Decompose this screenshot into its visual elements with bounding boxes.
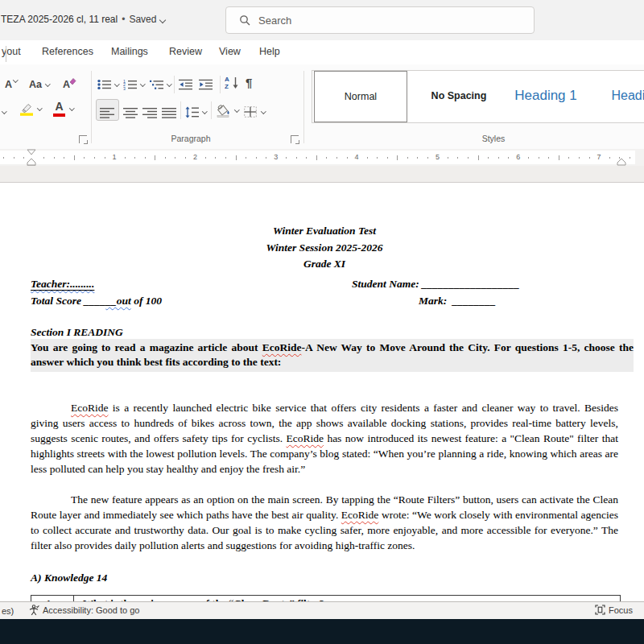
increase-indent-button[interactable] [199, 76, 213, 93]
ruler-tick [185, 157, 186, 159]
borders-button[interactable] [244, 103, 267, 121]
font-color-button[interactable]: A [53, 100, 76, 118]
chevron-down-icon [114, 81, 121, 88]
button-separator [211, 101, 212, 119]
sort-button[interactable]: A Z [225, 73, 240, 91]
ruler-number: 3 [274, 153, 278, 161]
change-case-button[interactable]: Aa [29, 76, 52, 93]
align-left-button[interactable] [100, 104, 114, 122]
article-paragraph-2[interactable]: The new feature appears as an option on … [31, 492, 618, 553]
chevron-down-icon [2, 109, 8, 115]
score-mark-row[interactable]: Total Score ______out of 100 Mark: _____… [31, 293, 618, 309]
chevron-down-icon[interactable] [159, 17, 166, 23]
ruler-tick [478, 155, 479, 160]
bulleted-list-icon [97, 79, 111, 90]
button-separator [180, 101, 181, 119]
document-page[interactable]: Winter Evaluation Test Winter Session 20… [0, 183, 644, 601]
line-spacing-button[interactable] [185, 103, 208, 121]
section-heading[interactable]: Section I READING [31, 324, 618, 341]
title-separator: • [122, 14, 125, 25]
questions-table-clipped[interactable]: 1. What is the main purpose of the “Clea… [31, 595, 621, 601]
ruler-number: 1 [112, 153, 116, 161]
accessibility-status[interactable]: Accessibility: Good to go [29, 605, 139, 616]
ruler-tick [165, 157, 166, 159]
borders-icon [244, 106, 257, 118]
decrease-indent-icon [179, 79, 192, 90]
ruler-tick [94, 157, 95, 159]
multilevel-list-icon [150, 79, 163, 90]
decrease-indent-button[interactable] [179, 76, 192, 93]
ruler-tick [387, 157, 388, 159]
ruler-number: 6 [516, 153, 520, 161]
tab-references[interactable]: References [42, 46, 93, 57]
align-center-button[interactable] [123, 104, 138, 122]
show-formatting-marks-button[interactable]: ¶ [246, 73, 252, 91]
tab-review[interactable]: Review [169, 46, 202, 57]
numbering-button[interactable]: 1 2 3 [123, 76, 147, 93]
reading-instruction[interactable]: You are going to read a magazine article… [31, 339, 634, 372]
paragraph-group-label: Paragraph [171, 134, 210, 143]
ruler-tick [457, 157, 458, 159]
ruler-number: 7 [597, 153, 601, 161]
chevron-down-icon [140, 81, 147, 88]
document-title-group[interactable]: TEZA 2025-2026 cl, 11 real•Saved [1, 14, 166, 25]
document-heading-block[interactable]: Winter Evaluation Test Winter Session 20… [31, 223, 618, 273]
bullets-button[interactable] [97, 76, 121, 93]
ruler-tick [397, 155, 398, 160]
ruler-tick [326, 157, 327, 159]
clear-formatting-button[interactable]: A [63, 76, 76, 93]
ruler-tick [215, 157, 216, 159]
tab-mailings[interactable]: Mailings [111, 46, 148, 57]
teacher-student-row[interactable]: Teacher:......... Student Name: ________… [31, 276, 618, 292]
ribbon-tab-bar: yout References Mailings Review View Hel… [0, 40, 644, 64]
ruler-tick [377, 157, 378, 159]
first-line-indent-marker[interactable] [27, 149, 36, 155]
ruler-tick [407, 157, 408, 159]
tab-view[interactable]: View [219, 46, 241, 57]
line-spacing-icon [185, 106, 199, 118]
mark-label: Mark: ________ [419, 293, 496, 309]
style-heading-2[interactable]: Heading 2 [599, 71, 644, 121]
svg-text:3: 3 [123, 86, 126, 90]
style-normal[interactable]: Normal [314, 71, 407, 122]
ruler-tick [246, 157, 246, 159]
ruler-tick [498, 157, 499, 159]
numbered-list-icon: 1 2 3 [123, 79, 137, 90]
article-paragraph-1[interactable]: EcoRide is a recently launched electric … [31, 400, 618, 477]
text-highlight-color-button[interactable] [19, 100, 43, 118]
clipped-dropdown[interactable] [2, 103, 8, 121]
justify-button[interactable] [162, 104, 176, 122]
horizontal-ruler[interactable]: 1234567 [0, 151, 635, 164]
button-separator [220, 76, 221, 93]
svg-text:A: A [225, 76, 229, 83]
right-indent-marker[interactable] [617, 158, 626, 166]
focus-mode-button[interactable]: Focus [595, 605, 633, 615]
align-center-icon [123, 108, 138, 118]
ruler-row: 1234567 [0, 149, 644, 166]
button-separator [174, 76, 175, 93]
knowledge-heading[interactable]: A) Knowledge 14 [31, 570, 618, 586]
multilevel-list-button[interactable] [150, 76, 173, 93]
shading-button[interactable] [216, 101, 241, 119]
ruler-tick [296, 157, 297, 159]
align-right-button[interactable] [142, 104, 157, 122]
ruler-tick [205, 157, 206, 159]
paragraph-dialog-launcher[interactable] [291, 135, 299, 143]
search-box[interactable]: Search [225, 6, 535, 34]
ribbon: A Aa A A [0, 64, 644, 150]
ruler-tick [286, 157, 287, 159]
tab-layout-clipped[interactable]: yout [2, 46, 21, 57]
language-status-clipped[interactable]: es) [2, 606, 14, 616]
ruler-tick [266, 157, 266, 159]
save-status: Saved [129, 14, 156, 25]
tab-help[interactable]: Help [259, 46, 280, 57]
ruler-tick [417, 157, 418, 159]
ruler-tick [74, 155, 75, 160]
style-no-spacing[interactable]: No Spacing [417, 71, 501, 121]
ruler-tick [14, 157, 14, 159]
shrink-font-button[interactable]: A [5, 76, 19, 93]
font-dialog-launcher[interactable] [79, 135, 87, 143]
style-heading-1[interactable]: Heading 1 [504, 71, 588, 121]
ruler-tick [236, 155, 237, 160]
ruler-tick [468, 157, 469, 159]
